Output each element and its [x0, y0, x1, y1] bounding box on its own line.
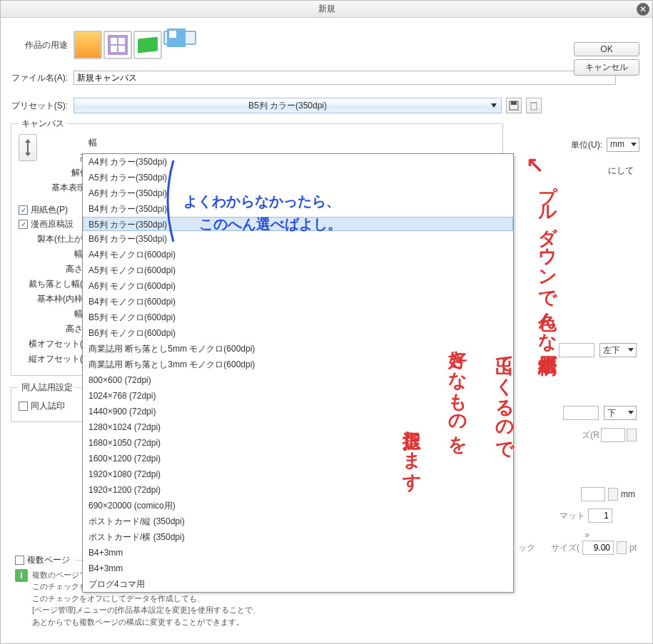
width-label: 幅	[43, 137, 101, 149]
preset-option[interactable]: A5判 カラー(350dpi)	[83, 170, 513, 185]
preset-label: プリセット(S):	[11, 100, 74, 112]
v-offset-label: 縦オフセット(	[29, 353, 87, 365]
preset-option[interactable]: B6判 カラー(350dpi)	[83, 231, 513, 247]
height-label-3: 高さ	[29, 323, 87, 335]
right-field-1[interactable]	[559, 343, 594, 357]
preset-option[interactable]: 690×20000 (comico用)	[83, 498, 513, 513]
preset-option[interactable]: A4判 カラー(350dpi)	[83, 154, 513, 170]
filename-input[interactable]	[74, 71, 616, 85]
preset-option[interactable]: 1440×900 (72dpi)	[83, 404, 513, 419]
titlebar: 新規 ✕	[1, 1, 652, 18]
purpose-doujin-icon[interactable]	[163, 31, 196, 45]
base-frame-label: 基本枠(内枠	[29, 293, 87, 305]
close-icon[interactable]: ✕	[637, 3, 649, 16]
preset-option[interactable]: 商業誌用 断ち落とし5mm モノクロ(600dpi)	[83, 341, 513, 357]
unit-label: 単位(U):	[571, 139, 602, 151]
multipage-label: 複数ページ	[27, 554, 70, 566]
window-title: 新規	[318, 3, 335, 15]
width-label-3: 幅	[29, 308, 87, 320]
preset-select[interactable]: B5判 カラー(350dpi)	[74, 98, 502, 113]
purpose-illustration-icon[interactable]	[74, 31, 102, 59]
paper-color-check[interactable]	[19, 205, 28, 215]
manga-settings-check[interactable]	[19, 220, 28, 229]
preset-option[interactable]: B5判 モノクロ(600dpi)	[83, 310, 513, 325]
pos-select-1[interactable]: 左下	[599, 343, 637, 357]
svg-rect-2	[531, 103, 537, 110]
preset-option[interactable]: B4判 カラー(350dpi)	[83, 201, 513, 217]
info-icon: i	[15, 569, 28, 582]
svg-rect-1	[511, 101, 517, 105]
binding-label: 製本(仕上が	[29, 233, 87, 245]
multipage-check[interactable]	[15, 556, 24, 565]
preset-option[interactable]: 1024×768 (72dpi)	[83, 388, 513, 404]
h-offset-label: 横オフセット(	[29, 338, 87, 350]
preset-option[interactable]: A4判 モノクロ(600dpi)	[83, 247, 513, 262]
filename-label: ファイル名(A):	[11, 72, 74, 84]
spinner-icon[interactable]	[627, 429, 637, 441]
chevron-down-icon	[631, 143, 637, 146]
preset-option[interactable]: 800×600 (72dpi)	[83, 372, 513, 388]
mat-label: マット	[560, 510, 585, 522]
cancel-button[interactable]: キャンセル	[574, 59, 639, 76]
mat-field[interactable]	[588, 508, 612, 523]
unit-select[interactable]: mm	[607, 138, 639, 152]
purpose-label: 作品の用途	[11, 39, 74, 51]
height-label-2: 高さ	[29, 263, 87, 275]
preset-delete-button[interactable]	[526, 98, 542, 113]
preset-option[interactable]: B4+3mm	[83, 561, 513, 576]
purpose-comic-icon[interactable]	[103, 31, 132, 59]
unit-value: mm	[610, 139, 624, 149]
preset-option[interactable]: A6判 モノクロ(600dpi)	[83, 278, 513, 294]
preset-option[interactable]: ブログ4コマ用	[83, 576, 513, 592]
purpose-print-icon[interactable]	[133, 31, 162, 59]
annotation-red-arrow: ↖	[526, 152, 544, 177]
preset-option[interactable]: A6判 カラー(350dpi)	[83, 185, 513, 201]
doujin-print-label: 同人誌印	[31, 400, 65, 412]
preset-option[interactable]: 商業誌用 断ち落とし3mm モノクロ(600dpi)	[83, 357, 513, 372]
paper-color-label: 用紙色(P)	[31, 204, 68, 216]
right-field-3[interactable]	[601, 428, 625, 442]
preset-save-button[interactable]	[506, 98, 522, 113]
preset-option[interactable]: 1600×1200 (72dpi)	[83, 451, 513, 466]
preset-option[interactable]: 1280×1024 (72dpi)	[83, 419, 513, 435]
chk-r-label: ズ(R	[582, 429, 599, 441]
doujin-legend: 同人誌用設定	[19, 382, 76, 394]
width-label-2: 幅	[29, 248, 87, 260]
canvas-legend: キャンバス	[19, 118, 67, 130]
preset-option[interactable]: ポストカード/縦 (350dpi)	[83, 513, 513, 529]
preset-option[interactable]: 1920×1200 (72dpi)	[83, 482, 513, 498]
preset-option[interactable]: ポストカード/横 (350dpi)	[83, 529, 513, 545]
preset-option[interactable]: 1920×1080 (72dpi)	[83, 466, 513, 482]
preset-option[interactable]: B4判 モノクロ(600dpi)	[83, 294, 513, 310]
right-field-mm[interactable]	[581, 487, 605, 501]
preset-option[interactable]: B5判 カラー(350dpi)	[83, 217, 513, 231]
preset-option[interactable]: B4+3mm	[83, 545, 513, 561]
doujin-print-check[interactable]	[19, 402, 28, 411]
chevron-down-icon	[491, 103, 497, 108]
pos-select-2[interactable]: 下	[604, 406, 637, 420]
preset-option[interactable]: 1680×1050 (72dpi)	[83, 435, 513, 451]
mm-unit-label: mm	[621, 489, 635, 499]
preset-dropdown[interactable]: A4判 カラー(350dpi)A5判 カラー(350dpi)A6判 カラー(35…	[82, 153, 514, 593]
preset-option[interactable]: A5判 モノクロ(600dpi)	[83, 262, 513, 278]
preset-option[interactable]: B6判 モノクロ(600dpi)	[83, 325, 513, 341]
new-dialog: 新規 ✕ OK キャンセル 作品の用途 ファイル名(A): プリセット(S):	[0, 0, 653, 644]
spinner-icon[interactable]	[608, 488, 618, 501]
position-hint-text: にして	[608, 165, 634, 177]
annotation-red-v1: プルダウンで色んな原稿用紙が	[535, 172, 560, 571]
right-field-2[interactable]	[563, 406, 599, 420]
preset-selected-value: B5判 カラー(350dpi)	[248, 100, 327, 112]
swap-orientation-button[interactable]	[19, 134, 37, 161]
manga-settings-label: 漫画原稿設	[31, 218, 74, 230]
ok-button[interactable]: OK	[574, 42, 639, 56]
bleed-label: 裁ち落とし幅(	[29, 278, 87, 290]
